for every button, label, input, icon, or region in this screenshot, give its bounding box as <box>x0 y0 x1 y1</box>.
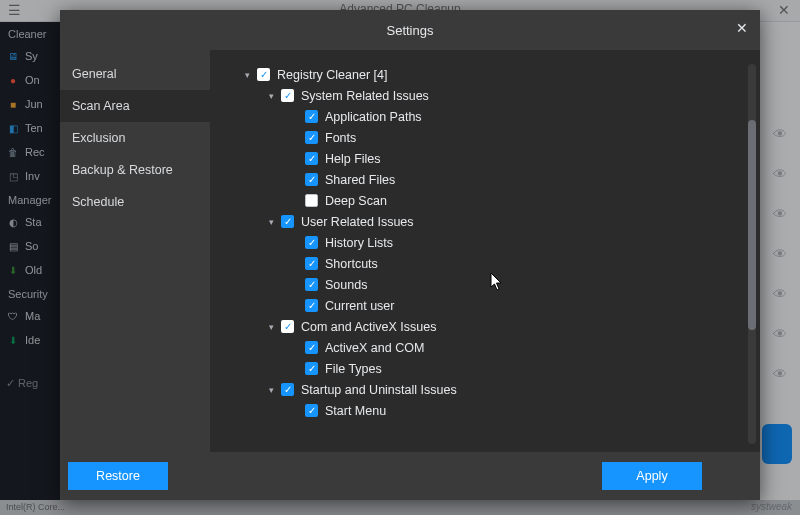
dialog-title-bar: Settings ✕ <box>60 10 760 50</box>
checkbox[interactable]: ✓ <box>305 278 318 291</box>
tree-row[interactable]: Deep Scan <box>244 190 742 211</box>
tree-row[interactable]: ✓File Types <box>244 358 742 379</box>
tree-row[interactable]: ✓Shared Files <box>244 169 742 190</box>
tab-backup-restore[interactable]: Backup & Restore <box>60 154 210 186</box>
chevron-down-icon[interactable]: ▾ <box>268 322 274 332</box>
tree-row[interactable]: ▾✓Com and ActiveX Issues <box>244 316 742 337</box>
tree-row[interactable]: ▾✓System Related Issues <box>244 85 742 106</box>
tab-general[interactable]: General <box>60 58 210 90</box>
tree-row[interactable]: ▾✓Startup and Uninstall Issues <box>244 379 742 400</box>
tree-row[interactable]: ✓Sounds <box>244 274 742 295</box>
tree-label: Shortcuts <box>325 257 378 271</box>
tree-row[interactable]: ✓Fonts <box>244 127 742 148</box>
checkbox[interactable] <box>305 194 318 207</box>
tree-row[interactable]: ▾✓User Related Issues <box>244 211 742 232</box>
tree-label: Deep Scan <box>325 194 387 208</box>
checkbox[interactable]: ✓ <box>305 341 318 354</box>
tree-label: Start Menu <box>325 404 386 418</box>
chevron-down-icon[interactable]: ▾ <box>244 70 250 80</box>
checkbox[interactable]: ✓ <box>281 89 294 102</box>
tree-label: ActiveX and COM <box>325 341 424 355</box>
tree-label: Sounds <box>325 278 367 292</box>
tree-label: Shared Files <box>325 173 395 187</box>
tree-label: Startup and Uninstall Issues <box>301 383 457 397</box>
tree-row[interactable]: ✓Shortcuts <box>244 253 742 274</box>
dialog-title: Settings <box>387 23 434 38</box>
scan-area-pane: ▾✓Registry Cleaner [4]▾✓System Related I… <box>210 50 760 452</box>
tree-label: Current user <box>325 299 394 313</box>
tree-label: Application Paths <box>325 110 422 124</box>
tab-exclusion[interactable]: Exclusion <box>60 122 210 154</box>
apply-button[interactable]: Apply <box>602 462 702 490</box>
checkbox[interactable]: ✓ <box>281 215 294 228</box>
checkbox[interactable]: ✓ <box>305 362 318 375</box>
tree-label: Registry Cleaner [4] <box>277 68 387 82</box>
tree-label: Fonts <box>325 131 356 145</box>
dialog-footer: Restore Apply <box>60 452 760 500</box>
checkbox[interactable]: ✓ <box>257 68 270 81</box>
checkbox[interactable]: ✓ <box>281 320 294 333</box>
tree-row[interactable]: ✓Start Menu <box>244 400 742 421</box>
restore-button[interactable]: Restore <box>68 462 168 490</box>
tab-schedule[interactable]: Schedule <box>60 186 210 218</box>
chevron-down-icon[interactable]: ▾ <box>268 385 274 395</box>
registry-tree: ▾✓Registry Cleaner [4]▾✓System Related I… <box>244 64 742 444</box>
tree-row[interactable]: ✓ActiveX and COM <box>244 337 742 358</box>
checkbox[interactable]: ✓ <box>305 110 318 123</box>
checkbox[interactable]: ✓ <box>305 236 318 249</box>
tree-row[interactable]: ✓Help Files <box>244 148 742 169</box>
checkbox[interactable]: ✓ <box>305 152 318 165</box>
settings-tabs: GeneralScan AreaExclusionBackup & Restor… <box>60 50 210 452</box>
tree-row[interactable]: ✓Application Paths <box>244 106 742 127</box>
chevron-down-icon[interactable]: ▾ <box>268 217 274 227</box>
tree-row[interactable]: ✓Current user <box>244 295 742 316</box>
tree-row[interactable]: ▾✓Registry Cleaner [4] <box>244 64 742 85</box>
close-icon[interactable]: ✕ <box>736 20 748 36</box>
tree-label: History Lists <box>325 236 393 250</box>
checkbox[interactable]: ✓ <box>305 131 318 144</box>
tree-row[interactable]: ✓History Lists <box>244 232 742 253</box>
checkbox[interactable]: ✓ <box>281 383 294 396</box>
tree-label: Help Files <box>325 152 381 166</box>
tab-scan-area[interactable]: Scan Area <box>60 90 210 122</box>
tree-label: File Types <box>325 362 382 376</box>
tree-label: Com and ActiveX Issues <box>301 320 436 334</box>
checkbox[interactable]: ✓ <box>305 257 318 270</box>
scrollbar-thumb[interactable] <box>748 120 756 330</box>
tree-label: User Related Issues <box>301 215 414 229</box>
checkbox[interactable]: ✓ <box>305 299 318 312</box>
tree-label: System Related Issues <box>301 89 429 103</box>
chevron-down-icon[interactable]: ▾ <box>268 91 274 101</box>
checkbox[interactable]: ✓ <box>305 404 318 417</box>
checkbox[interactable]: ✓ <box>305 173 318 186</box>
settings-dialog: Settings ✕ GeneralScan AreaExclusionBack… <box>60 10 760 500</box>
